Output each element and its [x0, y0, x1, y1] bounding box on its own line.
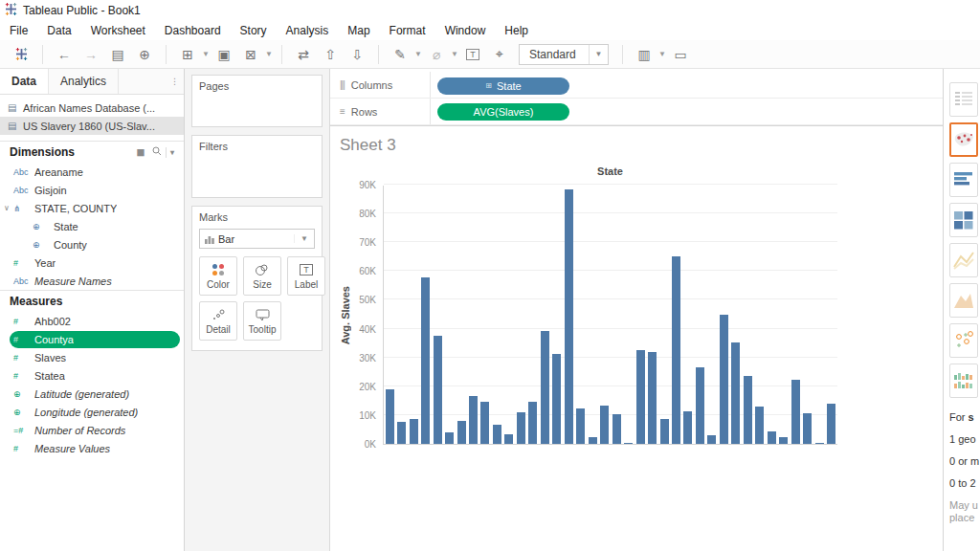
view-data-grid-icon[interactable]: ▦ — [132, 147, 148, 157]
mark-type-select[interactable]: Bar ▼ — [199, 229, 315, 249]
clear-sheet-icon-caret[interactable]: ▼ — [264, 50, 274, 58]
undo-icon[interactable]: ← — [53, 44, 76, 65]
detail-button[interactable]: Detail — [199, 301, 237, 341]
show-me-side-by-side-bars-tile[interactable] — [949, 364, 978, 398]
show-me-scatter-tile[interactable] — [949, 323, 978, 358]
expand-caret-icon[interactable]: ∨ — [4, 204, 13, 212]
bar-alabama[interactable] — [386, 389, 394, 444]
bar-ohio[interactable] — [696, 367, 704, 444]
field-item[interactable]: #Measure Values — [0, 439, 184, 457]
bar-massachusetts[interactable] — [565, 189, 573, 444]
presentation-mode-icon[interactable]: ▭ — [669, 44, 692, 65]
redo-icon[interactable]: → — [79, 44, 102, 65]
datasource-item[interactable]: ▤US Slavery 1860 (US-Slav... — [0, 117, 184, 135]
bar-michigan[interactable] — [576, 408, 585, 444]
new-worksheet-icon-caret[interactable]: ▼ — [201, 50, 211, 58]
duplicate-icon[interactable]: ▣ — [212, 44, 235, 65]
bar-kansas[interactable] — [504, 434, 513, 444]
pin-icon[interactable]: ⌖ — [488, 44, 511, 65]
field-item[interactable]: ⊕State — [0, 217, 184, 235]
field-item[interactable]: ∨⋔STATE, COUNTY — [0, 199, 184, 217]
field-item[interactable]: ⊕Latitude (generated) — [0, 385, 184, 403]
bar-maine[interactable] — [541, 331, 549, 444]
field-item[interactable]: #Slaves — [0, 348, 184, 366]
show-me-text-table-tile[interactable] — [949, 82, 978, 117]
bar-mississippi[interactable] — [600, 406, 609, 444]
bar-illinois[interactable] — [469, 396, 478, 444]
color-button[interactable]: Color — [199, 256, 237, 296]
bar-newhampshire[interactable] — [636, 350, 645, 444]
sort-descending-icon[interactable]: ⇩ — [345, 44, 368, 65]
bar-delaware[interactable] — [434, 336, 442, 444]
bar-indiana[interactable] — [480, 402, 489, 444]
field-item[interactable]: ⊕County — [0, 235, 184, 253]
bar-missouri[interactable] — [612, 414, 621, 444]
bar-oregon[interactable] — [707, 435, 716, 444]
sort-ascending-icon[interactable]: ⇧ — [319, 44, 342, 65]
no-highlight-icon-caret[interactable]: ▼ — [450, 50, 459, 58]
tab-data[interactable]: Data — [0, 69, 49, 94]
search-fields-icon[interactable] — [148, 146, 166, 158]
field-item[interactable]: #Year — [0, 253, 184, 272]
field-item[interactable]: AbcAreaname — [0, 163, 184, 181]
text-label-icon[interactable]: T — [461, 44, 484, 65]
show-me-highlight-table-tile[interactable] — [949, 203, 978, 237]
columns-shelf[interactable]: ||| Columns ⊞State — [330, 72, 943, 99]
bar-utahterritory[interactable] — [779, 437, 788, 444]
clear-sheet-icon[interactable]: ⊠ — [239, 44, 262, 65]
field-item[interactable]: AbcGisjoin — [0, 181, 184, 199]
rows-shelf[interactable]: ≡ Rows AVG(Slaves) — [330, 99, 943, 125]
bar-wisconsin[interactable] — [827, 404, 835, 444]
pane-menu-icon[interactable]: ⋮ — [119, 69, 184, 94]
bar-minnesota[interactable] — [589, 437, 597, 444]
tableau-logo-icon[interactable] — [10, 44, 33, 65]
bar-newyork[interactable] — [672, 256, 680, 444]
field-item[interactable]: ⊕Longitude (generated) — [0, 403, 184, 421]
bar-florida[interactable] — [445, 432, 454, 444]
bar-iowa[interactable] — [493, 425, 501, 444]
shelf-pill-avgslaves[interactable]: AVG(Slaves) — [437, 103, 569, 121]
bar-washington[interactable] — [815, 443, 824, 444]
bar-pennsylvania[interactable] — [720, 315, 728, 444]
bar-georgia[interactable] — [457, 421, 466, 444]
view-mode-select[interactable]: Standard▼ — [519, 44, 609, 65]
bar-vermont[interactable] — [791, 380, 800, 444]
field-item[interactable]: =#Number of Records — [0, 421, 184, 439]
bar-rhodeisland[interactable] — [731, 342, 740, 444]
size-button[interactable]: Size — [243, 256, 281, 296]
bar-newmexicoterr[interactable] — [660, 419, 669, 444]
highlight-icon-caret[interactable]: ▼ — [413, 50, 423, 58]
menu-item-map[interactable]: Map — [338, 22, 379, 39]
bar-connecticut[interactable] — [421, 277, 430, 444]
show-me-symbol-map-tile[interactable] — [949, 122, 978, 157]
bar-nebraska[interactable] — [624, 443, 633, 444]
menu-item-dashboard[interactable]: Dashboard — [155, 22, 231, 39]
menu-item-analysis[interactable]: Analysis — [277, 22, 339, 39]
bar-virginia[interactable] — [803, 413, 812, 444]
bar-northcarolina[interactable] — [683, 411, 692, 444]
field-item[interactable]: #Statea — [0, 366, 184, 385]
menu-item-file[interactable]: File — [0, 22, 37, 39]
menu-item-story[interactable]: Story — [231, 22, 277, 39]
bar-arkansas[interactable] — [397, 422, 406, 444]
menu-item-format[interactable]: Format — [380, 22, 435, 39]
new-worksheet-icon[interactable]: ⊞ — [176, 44, 199, 65]
field-item[interactable]: #Ahb002 — [0, 312, 184, 330]
bar-kentucky[interactable] — [517, 412, 525, 444]
field-item[interactable]: #Countya — [0, 330, 184, 348]
menu-item-worksheet[interactable]: Worksheet — [81, 22, 155, 39]
bar-tennessee[interactable] — [755, 407, 764, 444]
field-item[interactable]: AbcMeasure Names — [0, 272, 184, 290]
label-button[interactable]: TLabel — [287, 256, 325, 296]
tooltip-button[interactable]: Tooltip — [243, 301, 281, 341]
menu-item-help[interactable]: Help — [495, 22, 538, 39]
highlight-icon[interactable]: ✎ — [389, 44, 412, 65]
datasource-item[interactable]: ▤African Names Database (... — [0, 99, 184, 117]
save-icon[interactable]: ▤ — [106, 44, 129, 65]
pages-shelf[interactable]: Pages — [191, 75, 323, 127]
bar-southcarolina[interactable] — [744, 376, 752, 444]
bar-texas[interactable] — [768, 431, 776, 444]
bar-newjersey[interactable] — [648, 352, 657, 444]
fields-menu-caret-icon[interactable]: ▾ — [166, 147, 178, 158]
no-highlight-icon[interactable]: ⌀ — [425, 44, 448, 65]
